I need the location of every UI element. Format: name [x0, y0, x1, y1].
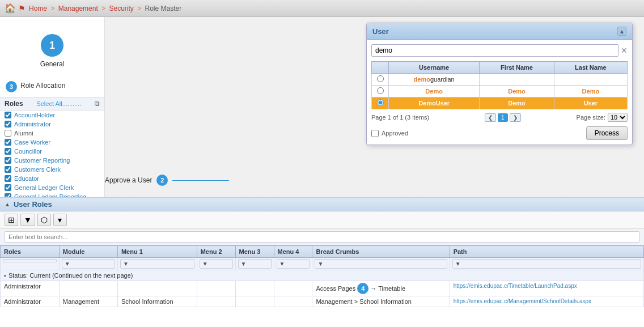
filter-cell: ▼	[450, 258, 643, 270]
home-icon: 🏠	[5, 3, 16, 14]
role-label: Educator	[14, 175, 39, 182]
role-item[interactable]: Administrator	[0, 120, 104, 129]
security-link[interactable]: Security	[109, 5, 133, 12]
role-checkbox[interactable]	[5, 121, 11, 128]
filter-input-container[interactable]: ▼	[62, 259, 115, 269]
user-radio[interactable]	[377, 75, 384, 82]
firstname-cell: Demo	[480, 86, 554, 97]
col-radio	[372, 62, 389, 74]
topbar-icons: 🏠 ⚑	[5, 3, 26, 14]
role-checkbox[interactable]	[5, 148, 11, 155]
role-item[interactable]: AccountHolder	[0, 111, 104, 120]
export-icon-button[interactable]: ⬡	[37, 214, 51, 226]
filter-cell: ▼	[235, 258, 274, 270]
role-checkbox[interactable]	[5, 166, 11, 173]
filter-cell: ▼	[59, 258, 117, 270]
roles-title: Roles	[5, 100, 23, 108]
approve-row: Approved Process	[371, 126, 628, 140]
role-checkbox[interactable]	[5, 130, 11, 137]
main-area: 1 General 3 Role Allocation Roles Select…	[0, 17, 644, 327]
filter-arrow-icon: ▼	[279, 261, 285, 267]
search-clear-icon[interactable]: ✕	[621, 46, 628, 55]
user-table: Username First Name Last Name demoguardi…	[371, 61, 628, 109]
select-all-link[interactable]: Select All...........	[36, 100, 81, 107]
home-link[interactable]: Home	[29, 5, 47, 12]
table-search-input[interactable]	[5, 231, 639, 243]
copy-icon[interactable]: ⧉	[95, 100, 100, 108]
filter-input-container[interactable]	[3, 259, 57, 262]
data-cell: Management > School Information	[312, 296, 450, 307]
data-table: RolesModuleMenu 1Menu 2Menu 3Menu 4Bread…	[0, 245, 644, 307]
role-checkbox[interactable]	[5, 139, 11, 146]
status-expand-icon[interactable]: ▪	[4, 272, 6, 279]
role-checkbox[interactable]	[5, 184, 11, 191]
role-checkbox[interactable]	[5, 157, 11, 164]
access-pages-label: Access Pages	[316, 285, 357, 292]
role-item[interactable]: Customer Reporting	[0, 156, 104, 165]
general-label: General	[40, 60, 65, 68]
role-checkbox[interactable]	[5, 112, 11, 118]
roles-header: Roles Select All........... ⧉	[0, 97, 104, 111]
user-table-row[interactable]: demoguardian	[372, 74, 628, 86]
user-radio[interactable]	[377, 99, 384, 106]
user-roles-title: User Roles	[14, 200, 52, 209]
role-item[interactable]: General Ledger Clerk	[0, 183, 104, 192]
filter-cell: ▼	[117, 258, 197, 270]
filter-input-container[interactable]: ▼	[200, 259, 233, 269]
dropdown-button[interactable]: ▾	[53, 214, 67, 226]
user-table-row[interactable]: DemoUserDemoUser	[372, 97, 628, 109]
user-dialog-body: ✕ Username First Name Last Name demoguar…	[367, 40, 632, 145]
step4-arrow: →	[370, 285, 378, 292]
user-dialog-title: User	[372, 27, 389, 36]
data-cell: Administrator	[1, 281, 60, 296]
filter-input-container[interactable]: ▼	[315, 259, 447, 269]
radio-cell	[372, 97, 389, 109]
filter-arrow-icon: ▼	[65, 261, 70, 267]
filter-input-container[interactable]: ▼	[238, 259, 272, 269]
user-search-input[interactable]	[371, 44, 618, 57]
data-cell	[59, 281, 117, 296]
general-step-badge: 1	[41, 34, 63, 57]
page-size-select[interactable]: 10 20 50	[608, 113, 628, 122]
filter-arrow-icon: ▼	[455, 261, 461, 267]
dialog-collapse-button[interactable]: ▲	[617, 27, 626, 36]
firstname-cell: Demo	[480, 97, 554, 109]
filter-input-container[interactable]: ▼	[277, 259, 310, 269]
table-search-row	[0, 229, 644, 245]
user-roles-area: ▲ User Roles ⊞ ▼ ⬡ ▾ RolesModuleMenu 1Me…	[0, 197, 644, 327]
filter-input-container[interactable]: ▼	[120, 259, 194, 269]
role-item[interactable]: Customers Clerk	[0, 165, 104, 174]
role-item[interactable]: Educator	[0, 174, 104, 183]
data-row: AdministratorManagementSchool Informatio…	[1, 296, 644, 307]
data-cell: School Information	[117, 296, 197, 307]
col-header: Menu 1	[117, 246, 197, 258]
filter-input-container[interactable]: ▼	[452, 259, 641, 269]
user-table-row[interactable]: DemoDemoDemo	[372, 86, 628, 97]
filter-arrow-icon: ▼	[202, 261, 208, 267]
filter-icon-button[interactable]: ▼	[20, 214, 35, 226]
toolbar: ⊞ ▼ ⬡ ▾	[0, 211, 644, 229]
role-item[interactable]: Alumni	[0, 129, 104, 138]
data-cell: https://emis.edupac.c/Management/SchoolD…	[450, 296, 643, 307]
data-cell: Administrator	[1, 296, 60, 307]
filter-cell	[1, 258, 60, 270]
col-header: Path	[450, 246, 643, 258]
approved-checkbox-label: Approved	[371, 130, 408, 137]
role-item[interactable]: Case Worker	[0, 138, 104, 147]
username-cell: demoguardian	[389, 74, 480, 86]
user-radio[interactable]	[377, 87, 384, 94]
flag-icon: ⚑	[18, 4, 26, 13]
prev-page-button[interactable]: ❮	[485, 113, 496, 122]
table-icon-button[interactable]: ⊞	[5, 214, 18, 226]
process-button[interactable]: Process	[586, 126, 628, 140]
expand-icon[interactable]: ▲	[5, 201, 10, 207]
radio-cell	[372, 74, 389, 86]
approved-checkbox[interactable]	[371, 130, 379, 137]
role-checkbox[interactable]	[5, 175, 11, 182]
status-cell: ▪Status: Current (Continued on the next …	[1, 270, 644, 281]
search-row: ✕	[371, 44, 628, 57]
role-item[interactable]: Councillor	[0, 147, 104, 156]
management-link[interactable]: Management	[58, 5, 98, 12]
next-page-button[interactable]: ❯	[510, 113, 521, 122]
role-label: Administrator	[14, 121, 51, 128]
